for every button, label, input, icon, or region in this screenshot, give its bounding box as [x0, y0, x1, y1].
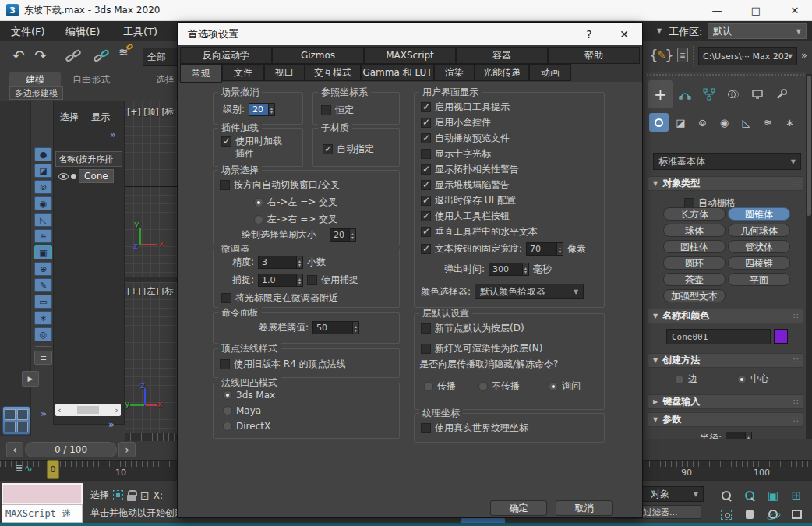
- filter-geometry-icon[interactable]: ●: [34, 147, 52, 161]
- primitive-cylinder-button[interactable]: 圆柱体: [663, 240, 726, 253]
- propagate-radio[interactable]: [424, 382, 433, 391]
- rollout-parameters[interactable]: ▼参数: [648, 412, 803, 427]
- tab-inverse-kinematics[interactable]: 反向运动学: [180, 47, 272, 64]
- primitive-tube-button[interactable]: 管状体: [728, 240, 790, 253]
- radius-spinner[interactable]: [726, 432, 752, 439]
- rollout-name-color[interactable]: ▼名称和颜色: [648, 309, 803, 323]
- menu-tools[interactable]: 工具(T): [123, 25, 157, 39]
- wrap-cursor-checkbox[interactable]: [221, 293, 231, 303]
- spinner-arrows-icon[interactable]: [349, 229, 355, 241]
- scroll-left-icon[interactable]: ‹: [58, 405, 61, 415]
- tab-create[interactable]: +: [648, 80, 673, 108]
- filter-containers-icon[interactable]: ▭: [34, 295, 52, 309]
- flyout-time-spinner[interactable]: 300: [489, 263, 529, 276]
- filter-groups-icon[interactable]: ▣: [34, 245, 52, 259]
- category-helpers-icon[interactable]: ◺: [736, 113, 756, 132]
- object-color-swatch[interactable]: [774, 329, 788, 344]
- toolbar-overflow-chevron-icon[interactable]: »: [801, 50, 807, 60]
- bump-maya-radio[interactable]: [223, 406, 232, 415]
- explorer-hscrollbar[interactable]: ‹ ›: [55, 404, 121, 416]
- primitive-torus-button[interactable]: 圆环: [663, 256, 726, 270]
- bump-3dsmax-radio[interactable]: [223, 390, 232, 400]
- spinner-arrows-icon[interactable]: [268, 104, 274, 115]
- tab-display[interactable]: [745, 80, 769, 108]
- spinner-arrows-icon[interactable]: [556, 243, 563, 255]
- explorer-bottom-chevron-icon[interactable]: »: [108, 419, 115, 430]
- ask-radio[interactable]: [549, 382, 558, 391]
- redo-icon[interactable]: ↷: [34, 48, 47, 63]
- maxscript-mini-listener-pink[interactable]: [2, 483, 83, 504]
- primitive-box-button[interactable]: 长方体: [663, 207, 726, 221]
- next-frame-button[interactable]: ›: [118, 442, 136, 457]
- tab-files[interactable]: 文件: [222, 64, 264, 81]
- new-node-checkbox[interactable]: [421, 323, 431, 334]
- category-shapes-icon[interactable]: ◪: [671, 113, 690, 132]
- rollup-threshold-spinner[interactable]: 50: [312, 321, 359, 334]
- selection-lock-region-icon[interactable]: [113, 490, 123, 500]
- lock-icon[interactable]: [127, 495, 136, 501]
- bind-to-spacewarp-icon[interactable]: ≋: [118, 47, 129, 58]
- workspace-dropdown[interactable]: 默认 ▼: [708, 23, 807, 39]
- tab-gamma-lut[interactable]: Gamma 和 LUT: [361, 64, 434, 81]
- menu-file[interactable]: 文件(F): [11, 25, 45, 39]
- category-systems-icon[interactable]: ∗: [780, 113, 800, 132]
- maxscript-editor-icon[interactable]: {✎}: [649, 47, 674, 63]
- rollout-keyboard-entry[interactable]: ▶键盘输入: [648, 394, 803, 409]
- filter-lights-icon[interactable]: ⊚: [34, 180, 52, 194]
- primitive-category-dropdown[interactable]: 标准基本体: [653, 153, 801, 170]
- primitive-pyramid-button[interactable]: 四棱锥: [728, 256, 790, 270]
- ribbon-subtab-polygon-modeling[interactable]: 多边形建模: [9, 86, 63, 100]
- filter-hidden-icon[interactable]: ◎: [34, 327, 52, 341]
- dialog-help-button[interactable]: ?: [577, 26, 601, 42]
- tab-viewports[interactable]: 视口: [264, 64, 305, 81]
- constant-checkbox[interactable]: [321, 105, 331, 115]
- tab-radiosity[interactable]: 光能传递: [475, 64, 529, 81]
- autoplay-preview-checkbox[interactable]: [421, 133, 431, 143]
- ribbon-tab-freeform[interactable]: 自由形式: [64, 72, 118, 86]
- undo-level-spinner[interactable]: 20: [249, 103, 275, 116]
- filter-spacewarps-icon[interactable]: ≋: [34, 229, 52, 243]
- undo-icon[interactable]: ↶: [12, 48, 25, 63]
- project-path-dropdown[interactable]: C:\Users\··· Max 2020 ▼: [698, 47, 797, 65]
- color-picker-dropdown[interactable]: 默认颜色拾取器: [475, 284, 584, 299]
- legacy-normals-checkbox[interactable]: [220, 359, 230, 369]
- tab-modify[interactable]: [673, 80, 697, 108]
- viewport-top-label[interactable]: [+] [顶] [标: [127, 106, 174, 118]
- no-propagate-radio[interactable]: [478, 382, 488, 391]
- spinner-arrows-icon[interactable]: [352, 322, 358, 334]
- selection-filter-dropdown[interactable]: 全部: [143, 48, 180, 66]
- category-geometry-icon[interactable]: [649, 113, 669, 132]
- minimize-button[interactable]: —: [700, 0, 734, 20]
- tab-general[interactable]: 常规: [180, 64, 222, 83]
- right-left-radio[interactable]: [254, 198, 263, 207]
- tab-hierarchy[interactable]: [697, 80, 721, 108]
- close-button[interactable]: ✕: [778, 0, 812, 20]
- panel-drag-handle[interactable]: [647, 74, 804, 76]
- pivot-icon[interactable]: ⊡: [140, 489, 150, 502]
- fixed-width-checkbox[interactable]: [421, 244, 431, 254]
- scroll-right-icon[interactable]: ›: [115, 405, 118, 415]
- topology-warning-checkbox[interactable]: [421, 164, 431, 175]
- explorer-row-cone[interactable]: Cone: [55, 168, 122, 184]
- explorer-chevron-icon[interactable]: »: [110, 129, 116, 140]
- tab-interaction-mode[interactable]: 交互模式: [305, 64, 361, 81]
- center-radio[interactable]: [737, 375, 747, 384]
- expand-arrow-button[interactable]: ▶: [22, 371, 39, 387]
- use-snap-checkbox[interactable]: [307, 275, 317, 285]
- explorer-column-header[interactable]: 名称(按升序排: [55, 151, 122, 167]
- filter-helpers-icon[interactable]: ◺: [34, 213, 52, 227]
- tab-containers[interactable]: 容器: [456, 47, 548, 64]
- tab-motion[interactable]: [721, 80, 745, 108]
- ok-button[interactable]: 确定: [490, 500, 547, 516]
- filter-xrefs-icon[interactable]: ⊕: [34, 262, 52, 276]
- viewport-left-label[interactable]: [+] [左] [标: [127, 285, 174, 297]
- filter-bones-icon[interactable]: ✎: [34, 278, 52, 292]
- category-lights-icon[interactable]: ⊚: [693, 113, 712, 132]
- explorer-menu-display[interactable]: 显示: [91, 111, 110, 124]
- rollout-object-type[interactable]: ▼对象类型: [648, 176, 803, 191]
- tab-help[interactable]: 帮助: [548, 47, 640, 64]
- category-spacewarps-icon[interactable]: ≋: [758, 113, 778, 132]
- ribbon-tab-modeling[interactable]: 建模: [9, 72, 61, 86]
- tab-rendering[interactable]: 渲染: [434, 64, 475, 81]
- primitive-textplus-button[interactable]: 加强型文本: [663, 289, 726, 302]
